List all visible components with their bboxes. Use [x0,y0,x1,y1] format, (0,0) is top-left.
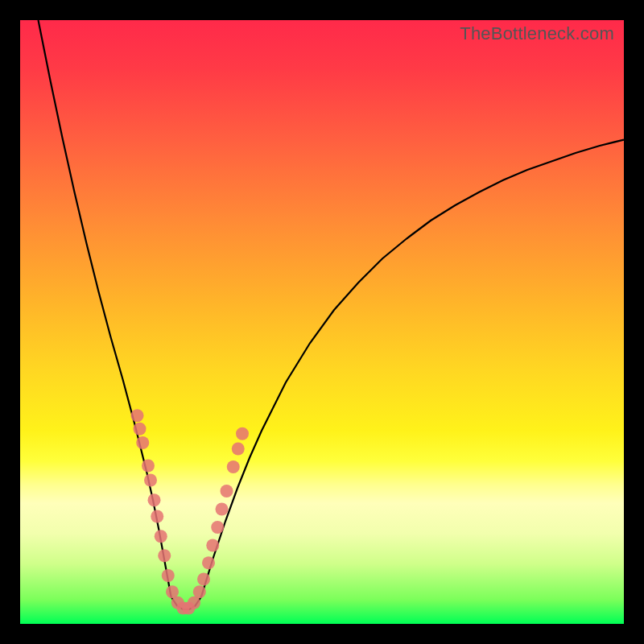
chart-plot-area: TheBottleneck.com [20,20,624,624]
scatter-point [131,409,144,422]
scatter-point [136,436,149,449]
curve-layer [39,20,625,609]
scatter-point [144,474,157,487]
scatter-layer [131,409,250,614]
scatter-point [193,585,206,598]
scatter-point [142,460,155,473]
scatter-point [134,423,147,436]
scatter-point [158,549,171,562]
left-branch-curve [39,20,171,597]
scatter-point [162,569,175,582]
chart-svg [20,20,624,624]
scatter-point [236,427,249,440]
scatter-point [227,460,240,473]
scatter-point [232,443,245,456]
scatter-point [221,485,233,497]
scatter-point [197,573,210,586]
scatter-point [206,539,219,552]
scatter-point [151,510,163,523]
scatter-point [155,530,167,543]
right-branch-curve [201,140,624,597]
scatter-point [211,521,224,534]
chart-frame: TheBottleneck.com [0,0,644,644]
scatter-point [202,556,215,569]
scatter-point [216,503,229,516]
scatter-point [148,493,161,506]
